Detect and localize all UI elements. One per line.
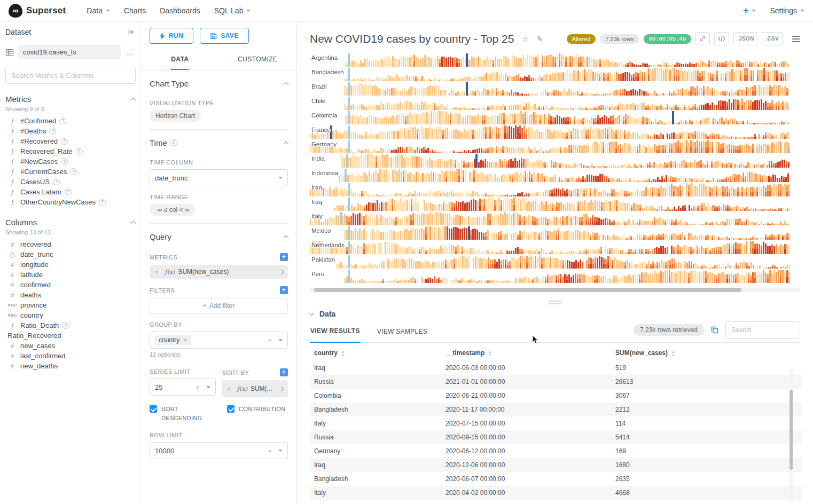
horizon-row[interactable]: Peru [310, 269, 800, 284]
export-csv-button[interactable]: .CSV [762, 32, 783, 45]
vertical-scrollbar[interactable] [789, 368, 793, 502]
chart-menu-button[interactable] [792, 36, 800, 42]
viz-type-chip[interactable]: Horizon Chart [150, 110, 201, 122]
contribution-checkbox[interactable] [227, 405, 234, 413]
metric-item[interactable]: ƒ#Recovered? [4, 136, 136, 146]
metric-item[interactable]: ƒOtherCountryNewCases? [4, 197, 136, 207]
clear-icon[interactable]: × [268, 337, 272, 344]
tab-customize[interactable]: CUSTOMIZE [219, 50, 297, 70]
results-search-input[interactable] [725, 321, 800, 338]
column-item[interactable]: #longitude [4, 259, 136, 270]
panel-resize-handle[interactable] [548, 301, 562, 304]
settings-menu[interactable]: Settings [770, 6, 804, 15]
favorite-star-icon[interactable]: ☆ [521, 34, 529, 44]
horizon-row[interactable]: Netherlands [310, 240, 800, 255]
column-item[interactable]: ABCcountry [4, 310, 136, 320]
remove-chip-icon[interactable]: × [183, 337, 186, 343]
column-item[interactable]: #recovered [4, 239, 136, 249]
column-item[interactable]: ◷date_trunc [4, 249, 136, 259]
sort-by-chip[interactable]: × ƒ(x) SUM(... [222, 380, 288, 397]
table-row[interactable]: Germany2020-06-12 00:00:00169 [310, 444, 802, 458]
table-row[interactable]: Russia2021-01-01 00:00:0026613 [310, 375, 802, 389]
column-header[interactable]: SUM(new_cases) [611, 344, 802, 361]
group-by-select[interactable]: country × × [150, 332, 288, 349]
horizon-row[interactable]: Brazil [310, 82, 800, 96]
metric-item[interactable]: ƒ#CurrentCases? [4, 167, 136, 177]
column-header[interactable]: country [310, 344, 441, 361]
nav-item-dashboards[interactable]: Dashboards [153, 6, 207, 15]
tab-data[interactable]: DATA [141, 50, 219, 70]
copy-data-button[interactable] [710, 326, 719, 334]
column-item[interactable]: #last_confirmed [4, 351, 136, 361]
column-header[interactable]: __timestamp [441, 344, 611, 361]
scrollbar-thumb[interactable] [314, 288, 741, 292]
horizon-row[interactable]: India [310, 154, 800, 168]
metric-item[interactable]: ƒ#NewCases? [4, 156, 136, 167]
collapse-columns-icon[interactable] [131, 221, 136, 226]
save-button[interactable]: SAVE [200, 28, 248, 44]
table-row[interactable]: Iraq2020-06-03 00:00:00519 [310, 361, 802, 375]
horizon-row[interactable]: Colombia [310, 111, 800, 125]
edit-title-icon[interactable]: ✎ [537, 35, 543, 43]
group-by-chip[interactable]: country × [155, 335, 191, 345]
add-filter-button[interactable]: + [280, 286, 288, 294]
altered-badge[interactable]: Altered [567, 34, 596, 44]
collapse-section-icon[interactable] [284, 82, 289, 88]
collapse-panel-icon[interactable] [128, 28, 135, 36]
series-limit-select[interactable]: 25 × [150, 379, 216, 396]
scrollbar-thumb[interactable] [789, 390, 793, 470]
horizon-row[interactable]: Bangladesh [310, 67, 800, 82]
table-row[interactable]: Iraq2020-12-06 00:00:001680 [310, 458, 802, 472]
brand-home-link[interactable]: ∞ Superset [9, 4, 66, 18]
column-item[interactable]: #deaths [4, 290, 136, 300]
dataset-name[interactable]: covid19.cases_ts [18, 45, 121, 59]
clear-icon[interactable]: × [268, 447, 272, 454]
horizontal-scrollbar[interactable] [310, 288, 800, 292]
collapse-section-icon[interactable] [284, 235, 289, 241]
column-item[interactable]: #latitude [4, 270, 136, 280]
tab-view-samples[interactable]: VIEW SAMPLES [377, 321, 428, 342]
table-row[interactable]: Bangladesh2020-06-07 00:00:002635 [310, 472, 802, 486]
horizon-row[interactable]: Indonesia [310, 168, 800, 183]
horizon-row[interactable]: Chile [310, 96, 800, 111]
metric-item[interactable]: ƒ#Deaths? [4, 126, 136, 136]
add-new-button[interactable]: + [743, 6, 756, 15]
sort-icon[interactable] [341, 351, 345, 356]
share-link-button[interactable] [695, 32, 710, 45]
column-item[interactable]: Ratio_Recovered [4, 330, 136, 341]
metric-item[interactable]: ƒCases Latam? [4, 187, 136, 197]
nav-item-sql-lab[interactable]: SQL Lab [207, 6, 258, 15]
sort-icon[interactable] [488, 351, 491, 356]
horizon-row[interactable]: Iran [310, 183, 800, 197]
time-range-chip[interactable]: -∞ ≤ col < ∞ [150, 204, 195, 216]
clear-icon[interactable]: × [196, 384, 200, 391]
tab-view-results[interactable]: VIEW RESULTS [310, 320, 361, 343]
run-button[interactable]: RUN [150, 28, 193, 44]
nav-item-data[interactable]: Data [80, 6, 117, 15]
column-item[interactable]: #new_deaths [4, 361, 136, 371]
table-row[interactable]: Russia2020-09-15 00:00:005414 [310, 430, 802, 444]
column-item[interactable]: ABCprovince [4, 300, 136, 310]
metric-item[interactable]: ƒCasesUS? [4, 177, 136, 187]
column-item[interactable]: #confirmed [4, 280, 136, 290]
embed-code-button[interactable] [714, 32, 729, 45]
metric-chip[interactable]: × ƒ(x) SUM(new_cases) [150, 265, 288, 279]
export-json-button[interactable]: .JSON [733, 32, 758, 45]
collapse-metrics-icon[interactable] [131, 98, 136, 103]
horizon-row[interactable]: Iraq [310, 197, 800, 211]
remove-sort-icon[interactable]: × [227, 385, 231, 392]
nav-item-charts[interactable]: Charts [117, 6, 153, 15]
sort-descending-checkbox[interactable] [150, 405, 157, 413]
sort-icon[interactable] [671, 351, 675, 356]
metric-item[interactable]: ƒ#Confirmed? [4, 116, 136, 126]
horizon-row[interactable]: Germany [310, 139, 800, 154]
horizon-row[interactable]: Mexico [310, 226, 800, 240]
column-item[interactable]: ƒRatio_Death? [4, 320, 136, 330]
table-row[interactable]: Colombia2020-06-21 00:00:003067 [310, 389, 802, 403]
horizon-row[interactable]: Pakistan [310, 255, 800, 269]
data-section-header[interactable]: Data [310, 310, 800, 318]
table-row[interactable]: Italy2020-04-02 00:00:004668 [310, 486, 802, 500]
row-limit-select[interactable]: 10000 × [150, 442, 288, 459]
dataset-options-button[interactable]: ... [124, 48, 135, 57]
horizon-row[interactable]: France [310, 125, 800, 139]
